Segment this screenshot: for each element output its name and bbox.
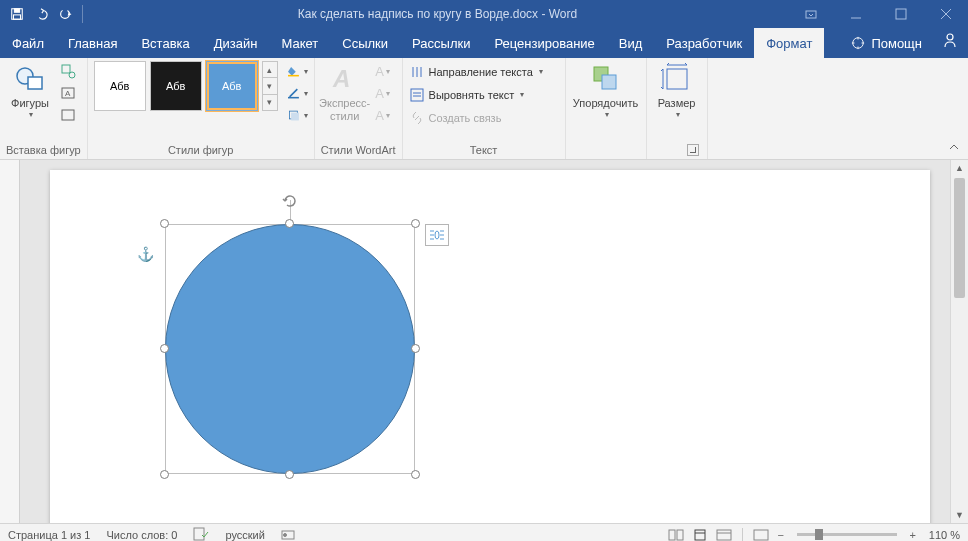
tab-format[interactable]: Формат xyxy=(754,28,824,58)
align-text-icon xyxy=(409,87,425,103)
word-count[interactable]: Число слов: 0 xyxy=(106,529,177,541)
svg-rect-12 xyxy=(28,77,42,89)
web-layout-icon[interactable] xyxy=(713,526,735,542)
page[interactable]: ⚓ xyxy=(50,170,930,523)
text-direction-button[interactable]: Направление текста▾ xyxy=(409,61,559,82)
resize-handle-nw[interactable] xyxy=(160,219,169,228)
svg-point-31 xyxy=(283,533,286,536)
tab-insert[interactable]: Вставка xyxy=(129,28,201,58)
style-thumb-1[interactable]: Абв xyxy=(94,61,146,111)
tab-mailings[interactable]: Рассылки xyxy=(400,28,482,58)
scroll-thumb[interactable] xyxy=(954,178,965,298)
ribbon: Фигуры ▾ A Вставка фигур Абв Абв Абв ▴▾▾… xyxy=(0,58,968,160)
shape-style-gallery[interactable]: Абв Абв Абв ▴▾▾ xyxy=(94,61,278,111)
maximize-icon[interactable] xyxy=(878,0,923,28)
window-controls xyxy=(788,0,968,28)
resize-handle-e[interactable] xyxy=(411,344,420,353)
status-bar: Страница 1 из 1 Число слов: 0 русский − … xyxy=(0,523,968,541)
resize-handle-w[interactable] xyxy=(160,344,169,353)
zoom-out-button[interactable]: − xyxy=(773,529,789,541)
gallery-more-button[interactable]: ▴▾▾ xyxy=(262,61,278,111)
resize-handle-sw[interactable] xyxy=(160,470,169,479)
vertical-ruler[interactable] xyxy=(0,160,20,523)
svg-rect-27 xyxy=(602,75,616,89)
undo-icon[interactable] xyxy=(30,3,52,25)
wordart-quick-styles-button[interactable]: A Экспресс-стили xyxy=(321,61,369,124)
edit-shape-icon[interactable] xyxy=(58,61,78,81)
svg-rect-21 xyxy=(291,113,299,121)
minimize-icon[interactable] xyxy=(833,0,878,28)
shapes-button[interactable]: Фигуры ▾ xyxy=(6,61,54,121)
resize-handle-s[interactable] xyxy=(285,470,294,479)
macro-recording-icon[interactable] xyxy=(281,527,295,542)
tell-me-help[interactable]: Помощн xyxy=(841,28,932,58)
page-indicator[interactable]: Страница 1 из 1 xyxy=(8,529,90,541)
size-button[interactable]: Размер ▾ xyxy=(653,61,701,121)
anchor-icon[interactable]: ⚓ xyxy=(137,246,154,262)
text-effects-icon: A▾ xyxy=(373,105,393,125)
svg-rect-34 xyxy=(695,530,705,540)
style-thumb-2[interactable]: Абв xyxy=(150,61,202,111)
scroll-up-icon[interactable]: ▲ xyxy=(951,160,968,176)
tab-developer[interactable]: Разработчик xyxy=(654,28,754,58)
group-spacer-2 xyxy=(653,142,701,159)
tab-file[interactable]: Файл xyxy=(0,28,56,58)
share-icon[interactable] xyxy=(938,28,962,52)
spellcheck-icon[interactable] xyxy=(193,527,209,542)
separator xyxy=(82,5,83,23)
zoom-mode-icon[interactable] xyxy=(750,526,772,542)
group-insert-shapes: Фигуры ▾ A Вставка фигур xyxy=(0,58,88,159)
redo-icon[interactable] xyxy=(54,3,76,25)
save-icon[interactable] xyxy=(6,3,28,25)
vertical-scrollbar[interactable]: ▲ ▼ xyxy=(950,160,968,523)
read-mode-icon[interactable] xyxy=(665,526,687,542)
tab-review[interactable]: Рецензирование xyxy=(482,28,606,58)
svg-rect-38 xyxy=(754,530,768,540)
tab-home[interactable]: Главная xyxy=(56,28,129,58)
shape-effects-icon[interactable]: ▾ xyxy=(288,105,308,125)
collapse-ribbon-icon[interactable] xyxy=(946,139,962,155)
shape-fill-icon[interactable]: ▾ xyxy=(288,61,308,81)
svg-rect-1 xyxy=(14,9,19,13)
print-layout-icon[interactable] xyxy=(689,526,711,542)
layout-options-icon[interactable] xyxy=(425,224,449,246)
resize-handle-ne[interactable] xyxy=(411,219,420,228)
text-direction-icon xyxy=(409,64,425,80)
tab-design[interactable]: Дизайн xyxy=(202,28,270,58)
group-arrange: Упорядочить ▾ xyxy=(566,58,647,159)
style-thumb-3-selected[interactable]: Абв xyxy=(206,61,258,111)
selected-shape[interactable]: ⚓ xyxy=(165,224,415,474)
svg-text:A: A xyxy=(65,89,71,98)
draw-text-box-icon[interactable] xyxy=(58,105,78,125)
resize-handle-n[interactable] xyxy=(285,219,294,228)
tab-references[interactable]: Ссылки xyxy=(330,28,400,58)
rotate-handle-icon[interactable] xyxy=(281,192,299,213)
shapes-label: Фигуры xyxy=(11,97,49,110)
tab-view[interactable]: Вид xyxy=(607,28,655,58)
window-title: Как сделать надпись по кругу в Ворде.doc… xyxy=(87,7,788,21)
scroll-down-icon[interactable]: ▼ xyxy=(951,507,968,523)
group-label-wordart: Стили WordArt xyxy=(321,142,396,159)
dialog-launcher-icon[interactable] xyxy=(687,144,699,156)
document-viewport[interactable]: ⚓ xyxy=(20,160,950,523)
svg-rect-18 xyxy=(288,75,299,77)
zoom-in-button[interactable]: + xyxy=(905,529,921,541)
circle-shape[interactable] xyxy=(165,224,415,474)
close-icon[interactable] xyxy=(923,0,968,28)
group-shape-styles: Абв Абв Абв ▴▾▾ ▾ ▾ ▾ Стили фигур xyxy=(88,58,315,159)
ribbon-options-icon[interactable] xyxy=(788,0,833,28)
text-fill-icon: A▾ xyxy=(373,61,393,81)
tab-layout[interactable]: Макет xyxy=(269,28,330,58)
resize-handle-se[interactable] xyxy=(411,470,420,479)
group-label-insert-shapes: Вставка фигур xyxy=(6,142,81,159)
zoom-slider-thumb[interactable] xyxy=(815,529,823,540)
zoom-level[interactable]: 110 % xyxy=(929,529,960,541)
zoom-slider[interactable] xyxy=(797,533,897,536)
size-icon xyxy=(661,63,693,95)
svg-rect-29 xyxy=(194,528,204,540)
arrange-button[interactable]: Упорядочить ▾ xyxy=(572,61,640,121)
text-box-icon[interactable]: A xyxy=(58,83,78,103)
language-indicator[interactable]: русский xyxy=(225,529,264,541)
shape-outline-icon[interactable]: ▾ xyxy=(288,83,308,103)
align-text-button[interactable]: Выровнять текст▾ xyxy=(409,84,559,105)
